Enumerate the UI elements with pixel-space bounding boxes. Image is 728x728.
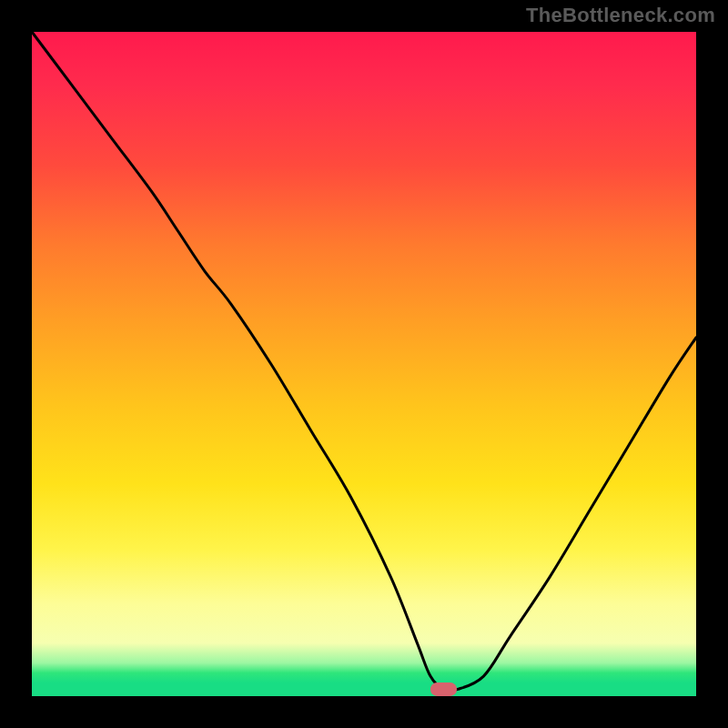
minimum-marker [430, 682, 457, 696]
bottleneck-curve [32, 32, 696, 696]
chart-frame: TheBottleneck.com [0, 0, 728, 728]
watermark-text: TheBottleneck.com [526, 4, 715, 27]
curve-path [32, 32, 696, 692]
